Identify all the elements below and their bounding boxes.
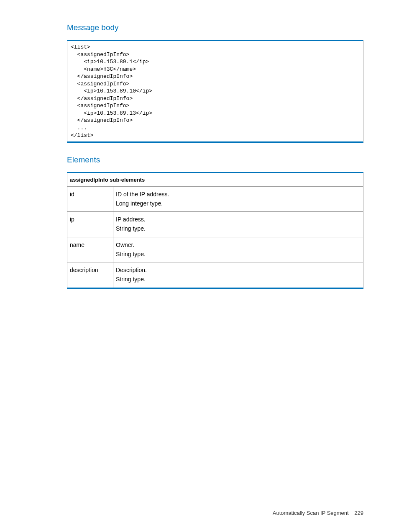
table-row: name Owner.String type. [67, 237, 363, 262]
element-desc: Owner.String type. [113, 237, 363, 262]
table-row: id ID of the IP address.Long integer typ… [67, 187, 363, 212]
code-block: <list> <assignedIpInfo> <ip>10.153.89.1<… [67, 40, 363, 143]
element-name: description [67, 262, 113, 288]
element-name: ip [67, 212, 113, 237]
page-footer: Automatically Scan IP Segment 229 [273, 510, 363, 516]
elements-table: assignedIpInfo sub-elements id ID of the… [67, 172, 363, 289]
table-row: description Description.String type. [67, 262, 363, 288]
elements-heading: Elements [67, 155, 363, 164]
element-desc: Description.String type. [113, 262, 363, 288]
table-header: assignedIpInfo sub-elements [67, 173, 363, 187]
element-name: name [67, 237, 113, 262]
page-number: 229 [354, 510, 363, 516]
element-desc: IP address.String type. [113, 212, 363, 237]
table-row: ip IP address.String type. [67, 212, 363, 237]
code-content: <list> <assignedIpInfo> <ip>10.153.89.1<… [71, 44, 360, 139]
element-desc: ID of the IP address.Long integer type. [113, 187, 363, 212]
element-name: id [67, 187, 113, 212]
footer-title: Automatically Scan IP Segment [273, 510, 349, 516]
message-body-heading: Message body [67, 23, 363, 32]
